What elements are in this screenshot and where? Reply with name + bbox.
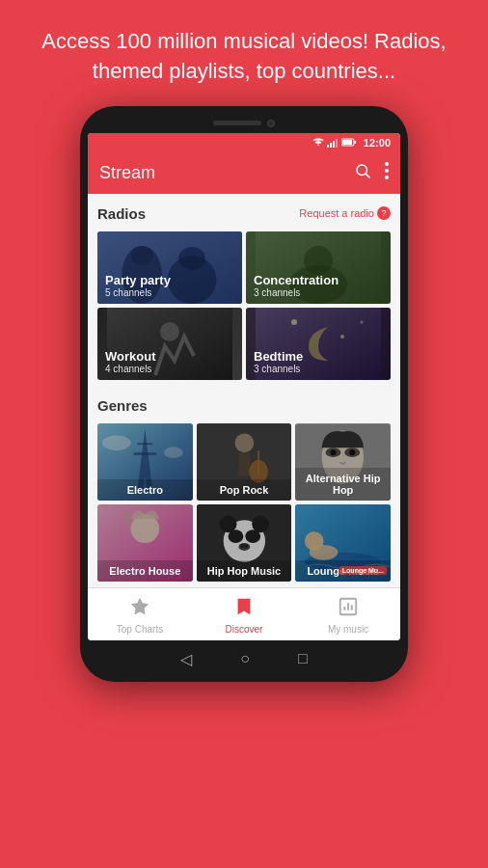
svg-point-11 bbox=[385, 176, 389, 179]
bottom-nav: Top Charts Discover My bbox=[88, 587, 400, 640]
genre-label-electrohouse: Electro House bbox=[97, 560, 193, 582]
genres-section: Genres bbox=[88, 386, 400, 587]
phone-frame: 12:00 Stream bbox=[80, 106, 408, 682]
status-bar: 12:00 bbox=[88, 133, 400, 152]
back-button[interactable]: ◁ bbox=[180, 650, 192, 668]
radio-card-concentration[interactable]: Concentration 3 channels bbox=[246, 231, 391, 304]
wifi-icon bbox=[312, 138, 324, 148]
genre-card-electro[interactable]: Electro bbox=[97, 423, 193, 501]
app-bar: Stream bbox=[88, 152, 400, 194]
genre-label-lounge: Lounge music Lounge Mu... bbox=[295, 560, 391, 582]
lounge-badge: Lounge Mu... bbox=[339, 566, 387, 575]
genre-label-electro: Electro bbox=[97, 479, 193, 501]
svg-rect-1 bbox=[330, 143, 332, 148]
radios-title: Radios bbox=[97, 205, 146, 222]
radio-label-workout: Workout 4 channels bbox=[97, 343, 242, 380]
svg-rect-2 bbox=[333, 141, 335, 148]
phone-speaker bbox=[213, 121, 261, 125]
radio-card-workout[interactable]: Workout 4 channels bbox=[97, 308, 242, 380]
status-icons: 12:00 bbox=[312, 137, 391, 149]
svg-point-10 bbox=[385, 169, 389, 173]
radio-card-bedtime[interactable]: Bedtime 3 channels bbox=[246, 308, 391, 380]
discover-label: Discover bbox=[226, 624, 263, 635]
radio-label-party: Party party 5 channels bbox=[97, 267, 242, 304]
svg-rect-6 bbox=[354, 141, 356, 144]
genres-header: Genres bbox=[97, 397, 391, 414]
genre-card-electrohouse[interactable]: Electro House bbox=[97, 504, 193, 582]
genre-label-poprock: Pop Rock bbox=[197, 479, 292, 501]
phone-bottom-bar: ◁ ○ □ bbox=[88, 640, 400, 674]
home-button[interactable]: ○ bbox=[240, 650, 250, 667]
phone-camera bbox=[267, 120, 275, 127]
radio-card-party[interactable]: Party party 5 channels bbox=[97, 231, 242, 304]
svg-point-7 bbox=[357, 165, 367, 176]
radio-label-concentration: Concentration 3 channels bbox=[246, 267, 391, 304]
app-bar-actions bbox=[354, 162, 389, 184]
top-charts-label: Top Charts bbox=[117, 624, 163, 635]
nav-item-top-charts[interactable]: Top Charts bbox=[88, 588, 192, 640]
genres-title: Genres bbox=[97, 397, 148, 414]
genre-card-hiphopm[interactable]: Hip Hop Music bbox=[197, 504, 292, 582]
my-music-label: My music bbox=[328, 624, 368, 635]
genre-label-hiphopm: Hip Hop Music bbox=[197, 560, 292, 582]
svg-rect-3 bbox=[336, 139, 338, 148]
battery-icon bbox=[341, 138, 357, 147]
my-music-icon bbox=[338, 596, 359, 622]
search-icon[interactable] bbox=[354, 162, 371, 184]
top-charts-icon bbox=[129, 596, 150, 622]
genre-card-poprock[interactable]: Pop Rock bbox=[197, 423, 292, 501]
promo-text: Access 100 million musical videos! Radio… bbox=[0, 0, 488, 106]
more-options-icon[interactable] bbox=[385, 162, 389, 184]
svg-rect-5 bbox=[342, 140, 352, 145]
signal-icon bbox=[327, 138, 339, 148]
radios-section: Radios Request a radio ? bbox=[88, 194, 400, 386]
app-title: Stream bbox=[99, 163, 155, 183]
status-time: 12:00 bbox=[364, 137, 391, 149]
recent-button[interactable]: □ bbox=[298, 650, 308, 667]
nav-item-my-music[interactable]: My music bbox=[296, 588, 400, 640]
genres-grid: Electro bbox=[97, 423, 391, 582]
radio-label-bedtime: Bedtime 3 channels bbox=[246, 343, 391, 380]
genre-card-althiphop[interactable]: Alternative Hip Hop bbox=[295, 423, 391, 501]
request-help-icon: ? bbox=[377, 206, 391, 220]
svg-point-9 bbox=[385, 162, 389, 166]
request-radio-link[interactable]: Request a radio ? bbox=[299, 206, 391, 220]
svg-rect-0 bbox=[327, 145, 329, 148]
phone-screen: 12:00 Stream bbox=[88, 133, 400, 640]
discover-icon bbox=[233, 596, 255, 622]
genre-card-lounge[interactable]: Lounge music Lounge Mu... bbox=[295, 504, 391, 582]
radios-header: Radios Request a radio ? bbox=[97, 205, 391, 222]
genre-label-althiphop: Alternative Hip Hop bbox=[295, 468, 391, 501]
phone-notch bbox=[88, 120, 400, 127]
radios-grid: Party party 5 channels bbox=[97, 231, 391, 380]
content-area: Radios Request a radio ? bbox=[88, 194, 400, 587]
nav-item-discover[interactable]: Discover bbox=[192, 588, 296, 640]
svg-line-8 bbox=[366, 174, 369, 177]
